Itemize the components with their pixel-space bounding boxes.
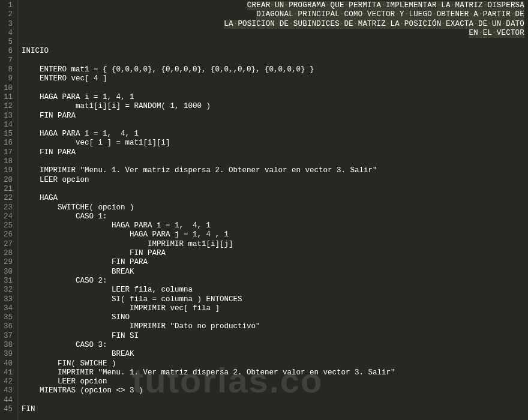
code-line[interactable]: EN·EL·VECTOR	[22, 29, 524, 38]
line-number: 34	[2, 304, 13, 313]
line-number: 8	[2, 65, 13, 74]
line-number: 10	[2, 84, 13, 93]
line-number: 25	[2, 221, 13, 230]
line-number: 13	[2, 112, 13, 121]
code-line[interactable]: ENTERO vec[ 4 ]	[22, 74, 524, 83]
code-line[interactable]: LEER fila, columna	[22, 286, 524, 295]
line-number: 36	[2, 322, 13, 331]
code-line[interactable]: CREAR·UN·PROGRAMA·QUE·PERMITA·IMPLEMENTA…	[22, 1, 524, 10]
code-line[interactable]: DIAGONAL·PRINCIPAL·COMO·VECTOR·Y·LUEGO·O…	[22, 10, 524, 19]
code-editor[interactable]: 1234567891011121314151617181920212223242…	[0, 0, 528, 420]
line-number: 37	[2, 332, 13, 341]
line-number: 3	[2, 20, 13, 29]
line-number: 40	[2, 359, 13, 368]
code-line[interactable]: IMPRIMIR "Menu. 1. Ver matriz dispersa 2…	[22, 368, 524, 377]
line-number: 41	[2, 368, 13, 377]
line-number: 26	[2, 230, 13, 239]
code-line[interactable]: vec[ i ] = mat1[i][i]	[22, 139, 524, 148]
code-line[interactable]	[22, 121, 524, 130]
code-line[interactable]: HAGA PARA i = 1, 4, 1	[22, 93, 524, 102]
code-line[interactable]: FIN PARA	[22, 258, 524, 267]
code-line[interactable]: HAGA PARA i = 1, 4, 1	[22, 221, 524, 230]
line-number: 6	[2, 47, 13, 56]
line-number: 32	[2, 286, 13, 295]
line-number: 39	[2, 350, 13, 359]
line-number: 21	[2, 185, 13, 194]
code-line[interactable]	[22, 56, 524, 65]
line-number: 31	[2, 277, 13, 286]
code-line[interactable]: FIN SI	[22, 332, 524, 341]
line-number: 17	[2, 148, 13, 157]
code-line[interactable]: CASO 3:	[22, 341, 524, 350]
code-line[interactable]: HAGA PARA i = 1, 4, 1	[22, 130, 524, 139]
code-line[interactable]: FIN PARA	[22, 249, 524, 258]
code-line[interactable]: FIN( SWICHE )	[22, 359, 524, 368]
line-number: 1	[2, 1, 13, 10]
line-number: 44	[2, 396, 13, 405]
line-number: 38	[2, 341, 13, 350]
line-number: 18	[2, 157, 13, 166]
code-line[interactable]: LA·POSICION·DE·SUBINDICES·DE·MATRIZ·LA·P…	[22, 20, 524, 29]
code-line[interactable]: CASO 2:	[22, 277, 524, 286]
code-line[interactable]	[22, 84, 524, 93]
code-line[interactable]: mat1[i][i] = RANDOM( 1, 1000 )	[22, 102, 524, 111]
line-number: 7	[2, 56, 13, 65]
code-line[interactable]: LEER opcion	[22, 176, 524, 185]
line-number: 20	[2, 176, 13, 185]
comment-text: LA·POSICION·DE·SUBINDICES·DE·MATRIZ·LA·P…	[224, 20, 524, 29]
code-line[interactable]: FIN PARA	[22, 112, 524, 121]
line-number: 28	[2, 249, 13, 258]
line-number: 14	[2, 121, 13, 130]
comment-text: DIAGONAL·PRINCIPAL·COMO·VECTOR·Y·LUEGO·O…	[256, 10, 524, 19]
code-line[interactable]	[22, 396, 524, 405]
code-line[interactable]: IMPRIMIR mat1[i][j]	[22, 240, 524, 249]
code-line[interactable]: FIN PARA	[22, 148, 524, 157]
code-line[interactable]: HAGA PARA j = 1, 4 , 1	[22, 230, 524, 239]
line-number: 42	[2, 377, 13, 386]
line-number: 5	[2, 38, 13, 47]
code-line[interactable]: HAGA	[22, 194, 524, 203]
code-line[interactable]: BREAK	[22, 268, 524, 277]
code-line[interactable]	[22, 185, 524, 194]
line-number: 29	[2, 258, 13, 267]
line-number: 15	[2, 130, 13, 139]
line-number: 45	[2, 405, 13, 414]
line-number: 35	[2, 313, 13, 322]
line-number: 22	[2, 194, 13, 203]
line-number: 43	[2, 386, 13, 395]
line-number: 4	[2, 29, 13, 38]
line-number: 11	[2, 93, 13, 102]
comment-text: CREAR·UN·PROGRAMA·QUE·PERMITA·IMPLEMENTA…	[247, 1, 524, 10]
line-number: 12	[2, 102, 13, 111]
line-number: 2	[2, 10, 13, 19]
line-number: 16	[2, 139, 13, 148]
code-area[interactable]: CREAR·UN·PROGRAMA·QUE·PERMITA·IMPLEMENTA…	[18, 0, 528, 420]
line-number: 19	[2, 166, 13, 175]
comment-text: EN·EL·VECTOR	[469, 29, 524, 38]
line-number-gutter: 1234567891011121314151617181920212223242…	[0, 0, 18, 420]
code-line[interactable]: LEER opcion	[22, 377, 524, 386]
code-line[interactable]: IMPRIMIR "Dato no productivo"	[22, 322, 524, 331]
line-number: 9	[2, 74, 13, 83]
code-line[interactable]: ENTERO mat1 = { {0,0,0,0}, {0,0,0,0}, {0…	[22, 65, 524, 74]
line-number: 33	[2, 295, 13, 304]
code-line[interactable]: IMPRIMIR vec[ fila ]	[22, 304, 524, 313]
line-number: 30	[2, 268, 13, 277]
code-line[interactable]: SWITCHE( opcion )	[22, 203, 524, 212]
line-number: 24	[2, 212, 13, 221]
line-number: 27	[2, 240, 13, 249]
code-line[interactable]: SINO	[22, 313, 524, 322]
code-line[interactable]: BREAK	[22, 350, 524, 359]
code-line[interactable]: MIENTRAS (opcion <> 3 )	[22, 386, 524, 395]
code-line[interactable]	[22, 157, 524, 166]
code-line[interactable]: FIN	[22, 405, 524, 414]
code-line[interactable]: SI( fila = columna ) ENTONCES	[22, 295, 524, 304]
code-line[interactable]	[22, 38, 524, 47]
code-line[interactable]: CASO 1:	[22, 212, 524, 221]
code-line[interactable]: IMPRIMIR "Menu. 1. Ver matriz dispersa 2…	[22, 166, 524, 175]
code-line[interactable]: INICIO	[22, 47, 524, 56]
line-number: 23	[2, 203, 13, 212]
